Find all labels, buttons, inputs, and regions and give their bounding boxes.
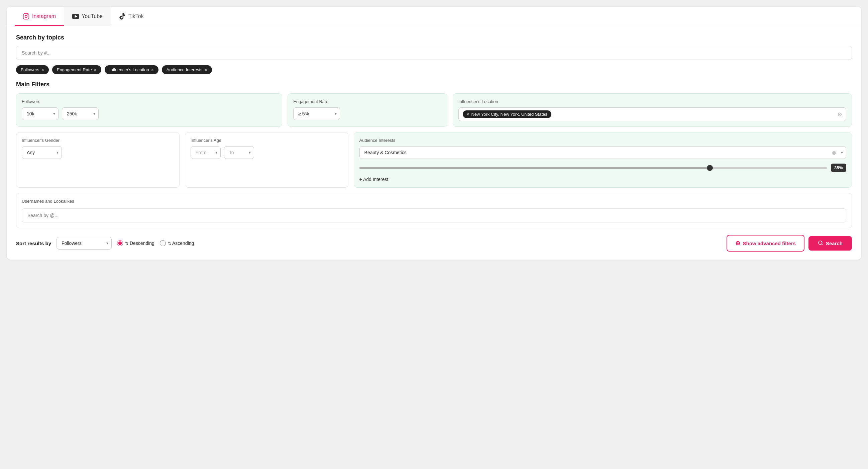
filter-tag-followers[interactable]: Followers ×	[16, 65, 49, 74]
location-card: Influencer's Location × New York City, N…	[453, 93, 852, 127]
engagement-select-wrapper: ≥ 5% Any ≥ 1% ≥ 2% ≥ 3% ≥ 10% ▾	[293, 107, 340, 120]
followers-card: Followers 10k 1k 5k 50k 100k ▾	[16, 93, 282, 127]
search-icon	[818, 240, 823, 246]
advanced-plus-icon: ⊕	[735, 239, 740, 247]
show-advanced-filters-label: Show advanced filters	[743, 240, 796, 246]
svg-point-2	[27, 14, 28, 16]
filter-tag-interests[interactable]: Audience Interests ×	[162, 65, 212, 74]
search-button-label: Search	[826, 240, 843, 246]
followers-to-select[interactable]: 250k 100k 500k 1M+	[62, 107, 99, 120]
audience-slider-value: 35%	[831, 164, 846, 172]
filter-tag-location-remove[interactable]: ×	[151, 67, 154, 72]
gender-label: Influencer's Gender	[22, 138, 174, 143]
svg-point-5	[818, 241, 822, 244]
gender-select-wrapper: Any Male Female ▾	[22, 146, 62, 159]
location-clear-button[interactable]: ⊗	[838, 111, 842, 117]
audience-clear-button[interactable]: ⊗	[832, 149, 836, 156]
show-advanced-filters-button[interactable]: ⊕ Show advanced filters	[726, 235, 804, 252]
svg-rect-0	[23, 14, 29, 20]
followers-filter-row: 10k 1k 5k 50k 100k ▾ 250k 100k 500k	[22, 107, 277, 120]
filter-tag-interests-label: Audience Interests	[166, 67, 203, 72]
location-input-wrapper: × New York City, New York, United States…	[458, 107, 846, 121]
sort-descending-option[interactable]: ⇅ Descending	[117, 240, 154, 246]
engagement-card: Engagement Rate ≥ 5% Any ≥ 1% ≥ 2% ≥ 3% …	[287, 93, 447, 127]
location-tag-selected[interactable]: × New York City, New York, United States	[463, 110, 551, 118]
sort-ascending-label: ⇅ Ascending	[168, 240, 194, 246]
location-tag-x[interactable]: ×	[467, 112, 469, 117]
filter-tag-location-label: Influencer's Location	[109, 67, 149, 72]
location-label: Influencer's Location	[458, 99, 846, 104]
sort-descending-label: ⇅ Descending	[125, 240, 154, 246]
age-from-wrapper: From 13-17 18-24 25-34 35-44 ▾	[191, 146, 221, 159]
audience-select-wrapper: Beauty & Cosmetics Fashion Fitness Techn…	[360, 146, 846, 159]
followers-from-select[interactable]: 10k 1k 5k 50k 100k	[22, 107, 59, 120]
instagram-label: Instagram	[32, 13, 56, 20]
audience-interests-card: Audience Interests Beauty & Cosmetics Fa…	[354, 132, 852, 188]
audience-slider-container: 35%	[360, 164, 846, 172]
svg-line-6	[822, 244, 823, 245]
audience-interests-select[interactable]: Beauty & Cosmetics Fashion Fitness Techn…	[360, 146, 846, 159]
audience-slider-fill	[360, 167, 710, 169]
tab-tiktok[interactable]: TikTok	[111, 7, 152, 26]
engagement-select[interactable]: ≥ 5% Any ≥ 1% ≥ 2% ≥ 3% ≥ 10%	[293, 107, 340, 120]
filter-tag-engagement-remove[interactable]: ×	[94, 67, 97, 72]
followers-label: Followers	[22, 99, 277, 104]
filter-tag-followers-label: Followers	[21, 67, 39, 72]
sort-select[interactable]: Followers Engagement Rate Relevance	[57, 237, 112, 250]
age-label: Influencer's Age	[191, 138, 343, 143]
sort-order-group: ⇅ Descending ⇅ Ascending	[117, 240, 194, 246]
search-topics-input[interactable]	[16, 46, 852, 60]
usernames-card: Usernames and Lookalikes	[16, 193, 852, 228]
add-interest-button[interactable]: + Add Interest	[360, 177, 846, 182]
age-to-wrapper: To 18-24 25-34 35-44 45-64 65+ ▾	[224, 146, 254, 159]
age-selects: From 13-17 18-24 25-34 35-44 ▾ To	[191, 146, 343, 159]
tiktok-label: TikTok	[128, 13, 144, 20]
sort-ascending-radio[interactable]	[160, 240, 166, 246]
age-to-select[interactable]: To 18-24 25-34 35-44 45-64 65+	[224, 146, 254, 159]
filter-tag-engagement-label: Engagement Rate	[57, 67, 92, 72]
search-button[interactable]: Search	[808, 236, 852, 251]
content-area: Search by topics Followers × Engagement …	[7, 26, 861, 260]
svg-point-1	[25, 16, 27, 18]
age-card: Influencer's Age From 13-17 18-24 25-34 …	[185, 132, 348, 188]
main-filters-title: Main Filters	[16, 81, 852, 88]
usernames-label: Usernames and Lookalikes	[22, 199, 846, 204]
platform-tabs: Instagram YouTube TikTok	[7, 7, 861, 26]
filter-tags-row: Followers × Engagement Rate × Influencer…	[16, 65, 852, 74]
sort-select-wrapper: Followers Engagement Rate Relevance ▾	[57, 237, 112, 250]
gender-select[interactable]: Any Male Female	[22, 146, 62, 159]
tab-instagram[interactable]: Instagram	[15, 7, 64, 26]
audience-slider-track[interactable]	[360, 167, 827, 169]
youtube-icon	[72, 13, 79, 20]
youtube-label: YouTube	[82, 13, 103, 20]
audience-slider-thumb[interactable]	[707, 165, 713, 171]
followers-from-wrapper: 10k 1k 5k 50k 100k ▾	[22, 107, 59, 120]
filter-tag-interests-remove[interactable]: ×	[205, 67, 207, 72]
location-tag-text: New York City, New York, United States	[471, 112, 547, 117]
age-from-select[interactable]: From 13-17 18-24 25-34 35-44	[191, 146, 221, 159]
username-search-input[interactable]	[22, 208, 846, 223]
search-topics-title: Search by topics	[16, 34, 852, 41]
followers-to-wrapper: 250k 100k 500k 1M+ ▾	[62, 107, 99, 120]
filter-tag-location[interactable]: Influencer's Location ×	[105, 65, 158, 74]
bottom-actions: ⊕ Show advanced filters Search	[726, 235, 852, 252]
gender-card: Influencer's Gender Any Male Female ▾	[16, 132, 180, 188]
tab-youtube[interactable]: YouTube	[64, 7, 111, 26]
sort-ascending-option[interactable]: ⇅ Ascending	[160, 240, 194, 246]
filter-tag-followers-remove[interactable]: ×	[41, 67, 44, 72]
filter-tag-engagement[interactable]: Engagement Rate ×	[52, 65, 101, 74]
sort-label: Sort results by	[16, 240, 51, 246]
audience-interests-label: Audience Interests	[360, 138, 846, 143]
main-container: Instagram YouTube TikTok Search by topic…	[7, 7, 861, 260]
tiktok-icon	[119, 13, 126, 20]
audience-select-row: Beauty & Cosmetics Fashion Fitness Techn…	[360, 146, 846, 159]
engagement-label: Engagement Rate	[293, 99, 442, 104]
sort-descending-radio[interactable]	[117, 240, 123, 246]
sort-and-actions-row: Sort results by Followers Engagement Rat…	[16, 235, 852, 252]
instagram-icon	[23, 13, 29, 20]
